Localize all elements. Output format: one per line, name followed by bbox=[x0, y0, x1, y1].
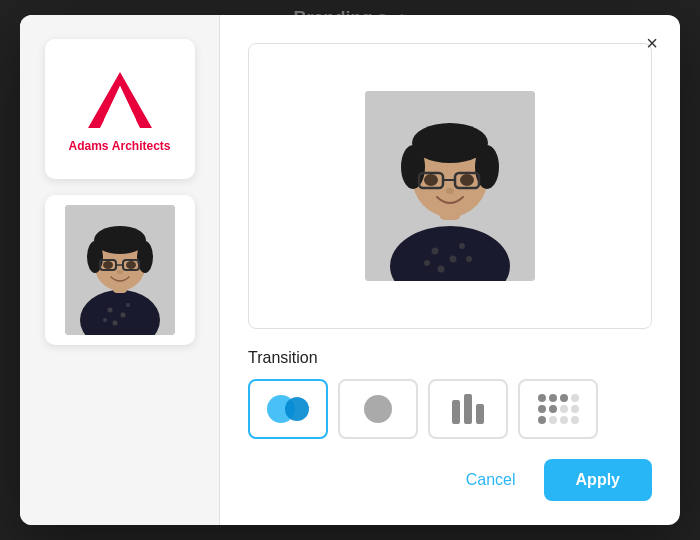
logo-brand-text: Adams Architects bbox=[68, 139, 170, 153]
bars-icon bbox=[452, 394, 484, 424]
transition-section: Transition bbox=[248, 349, 652, 439]
svg-point-19 bbox=[103, 261, 113, 269]
transition-option-dissolve[interactable] bbox=[248, 379, 328, 439]
dot bbox=[560, 416, 568, 424]
action-buttons: Cancel Apply bbox=[248, 459, 652, 501]
svg-point-27 bbox=[459, 243, 465, 249]
dot bbox=[549, 416, 557, 424]
transition-label: Transition bbox=[248, 349, 652, 367]
svg-point-20 bbox=[126, 261, 136, 269]
fade-icon bbox=[364, 395, 392, 423]
svg-point-6 bbox=[107, 308, 112, 313]
circle-2 bbox=[285, 397, 309, 421]
dot bbox=[571, 394, 579, 402]
svg-point-9 bbox=[126, 303, 130, 307]
preview-area bbox=[248, 43, 652, 329]
cancel-button[interactable]: Cancel bbox=[450, 461, 532, 499]
dot bbox=[571, 416, 579, 424]
dot bbox=[549, 394, 557, 402]
brand-name: Adams bbox=[68, 139, 108, 153]
transition-option-fade[interactable] bbox=[338, 379, 418, 439]
transition-option-slide[interactable] bbox=[428, 379, 508, 439]
person-photo-small bbox=[65, 205, 175, 335]
dots-icon bbox=[538, 394, 579, 424]
svg-point-33 bbox=[401, 145, 425, 189]
svg-point-40 bbox=[446, 188, 454, 194]
modal-overlay: Adams Architects bbox=[0, 0, 700, 540]
dot bbox=[538, 394, 546, 402]
dissolve-icon bbox=[267, 395, 309, 423]
person-photo-large bbox=[365, 91, 535, 281]
svg-point-8 bbox=[112, 321, 117, 326]
bar-2 bbox=[464, 394, 472, 424]
modal-dialog: Adams Architects bbox=[20, 15, 680, 525]
circle-gray bbox=[364, 395, 392, 423]
transition-options bbox=[248, 379, 652, 439]
apply-button[interactable]: Apply bbox=[544, 459, 652, 501]
dot bbox=[560, 405, 568, 413]
svg-point-7 bbox=[120, 313, 125, 318]
svg-point-10 bbox=[103, 318, 107, 322]
svg-point-29 bbox=[466, 256, 472, 262]
svg-point-28 bbox=[424, 260, 430, 266]
transition-option-dots[interactable] bbox=[518, 379, 598, 439]
svg-point-26 bbox=[438, 266, 445, 273]
photo-card-small bbox=[45, 195, 195, 345]
dot bbox=[571, 405, 579, 413]
dot bbox=[549, 405, 557, 413]
logo-card: Adams Architects bbox=[45, 39, 195, 179]
brand-suffix: Architects bbox=[112, 139, 171, 153]
right-panel: × bbox=[220, 15, 680, 525]
dot bbox=[538, 416, 546, 424]
svg-point-24 bbox=[432, 248, 439, 255]
bar-1 bbox=[452, 400, 460, 424]
svg-point-25 bbox=[450, 256, 457, 263]
logo-image bbox=[80, 65, 160, 135]
svg-point-21 bbox=[117, 270, 123, 274]
dot bbox=[538, 405, 546, 413]
bar-3 bbox=[476, 404, 484, 424]
dot bbox=[560, 394, 568, 402]
close-button[interactable]: × bbox=[638, 29, 666, 57]
svg-point-39 bbox=[460, 174, 474, 186]
left-panel: Adams Architects bbox=[20, 15, 220, 525]
svg-point-38 bbox=[424, 174, 438, 186]
